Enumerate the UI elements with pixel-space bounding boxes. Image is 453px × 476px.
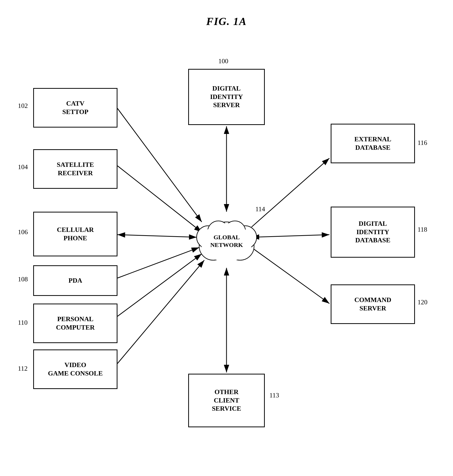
ref-118: 118 bbox=[418, 226, 427, 233]
svg-line-10 bbox=[252, 158, 329, 227]
ref-100: 100 bbox=[218, 57, 228, 65]
ref-108: 108 bbox=[18, 275, 28, 283]
svg-line-4 bbox=[117, 166, 202, 232]
global-network-cloud: GLOBAL NETWORK bbox=[193, 209, 260, 273]
ref-104: 104 bbox=[18, 163, 28, 171]
ref-110: 110 bbox=[18, 319, 28, 327]
other-client-service-box: OTHER CLIENT SERVICE bbox=[188, 374, 265, 427]
svg-line-5 bbox=[117, 235, 197, 237]
cellular-phone-box: CELLULAR PHONE bbox=[33, 212, 117, 256]
external-database-box: EXTERNAL DATABASE bbox=[331, 124, 415, 163]
svg-line-6 bbox=[117, 247, 199, 278]
svg-line-8 bbox=[117, 260, 204, 364]
svg-line-7 bbox=[117, 254, 202, 316]
digital-identity-server-box: DIGITAL IDENTITY SERVER bbox=[188, 69, 265, 125]
diagram-container: DIGITAL IDENTITY SERVER 100 CATV SETTOP … bbox=[0, 33, 453, 474]
ref-112: 112 bbox=[18, 365, 28, 372]
svg-line-12 bbox=[252, 247, 329, 304]
video-game-console-box: VIDEO GAME CONSOLE bbox=[33, 349, 117, 389]
catv-settop-box: CATV SETTOP bbox=[33, 88, 117, 128]
pda-box: PDA bbox=[33, 265, 117, 296]
ref-120: 120 bbox=[418, 298, 427, 306]
personal-computer-box: PERSONAL COMPUTER bbox=[33, 304, 117, 343]
satellite-receiver-box: SATELLITE RECEIVER bbox=[33, 149, 117, 189]
figure-title: FIG. 1A bbox=[0, 0, 453, 28]
ref-116: 116 bbox=[418, 139, 427, 147]
digital-identity-database-box: DIGITAL IDENTITY DATABASE bbox=[331, 207, 415, 258]
command-server-box: COMMAND SERVER bbox=[331, 284, 415, 324]
ref-113: 113 bbox=[269, 392, 279, 399]
ref-102: 102 bbox=[18, 102, 28, 110]
ref-106: 106 bbox=[18, 228, 28, 236]
svg-line-11 bbox=[252, 235, 329, 237]
svg-line-3 bbox=[117, 108, 202, 222]
ref-114: 114 bbox=[255, 205, 265, 213]
